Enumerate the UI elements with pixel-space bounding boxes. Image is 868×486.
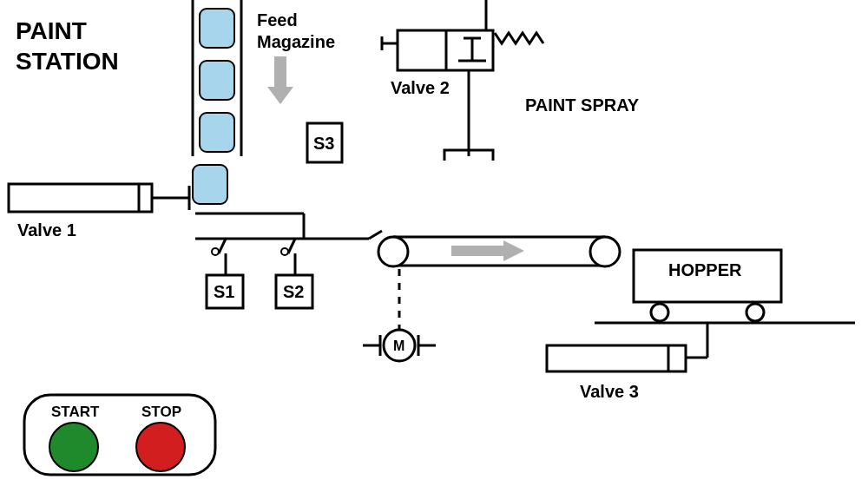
valve2-label: Valve 2 bbox=[391, 78, 450, 97]
valve3-cylinder bbox=[547, 323, 707, 371]
part-icon bbox=[200, 9, 234, 48]
title-line1: PAINT bbox=[16, 17, 87, 44]
paint-spray-label: PAINT SPRAY bbox=[525, 95, 640, 115]
hopper-label: HOPPER bbox=[668, 260, 742, 279]
start-button[interactable] bbox=[49, 423, 98, 471]
motor-label: M bbox=[393, 338, 404, 353]
s3-label: S3 bbox=[313, 134, 334, 153]
s1-label: S1 bbox=[214, 282, 234, 301]
svg-point-22 bbox=[378, 237, 408, 266]
valve1-cylinder bbox=[9, 184, 189, 212]
svg-rect-2 bbox=[274, 56, 286, 87]
svg-point-23 bbox=[590, 237, 620, 266]
svg-marker-25 bbox=[503, 240, 524, 261]
stop-button[interactable] bbox=[136, 423, 185, 471]
valve3-label: Valve 3 bbox=[580, 382, 639, 401]
part-icon bbox=[200, 113, 234, 152]
svg-rect-4 bbox=[9, 184, 152, 212]
svg-point-16 bbox=[281, 248, 288, 255]
svg-rect-24 bbox=[451, 246, 503, 256]
feed-label-line1: Feed bbox=[257, 10, 298, 30]
part-icon bbox=[200, 61, 234, 100]
right-arrow-icon bbox=[451, 240, 524, 261]
down-arrow-icon bbox=[267, 56, 293, 104]
valve1-label: Valve 1 bbox=[17, 220, 76, 240]
svg-line-11 bbox=[369, 231, 382, 239]
svg-point-12 bbox=[212, 248, 219, 255]
stop-label: STOP bbox=[141, 404, 181, 420]
s2-label: S2 bbox=[283, 282, 304, 301]
svg-line-17 bbox=[288, 239, 295, 253]
feed-magazine bbox=[193, 0, 241, 204]
svg-line-13 bbox=[219, 239, 226, 253]
start-label: START bbox=[51, 404, 100, 420]
feed-label-line2: Magazine bbox=[257, 32, 335, 51]
svg-point-50 bbox=[49, 423, 98, 471]
svg-point-43 bbox=[746, 304, 764, 321]
svg-point-51 bbox=[136, 423, 185, 471]
platform-lines bbox=[195, 213, 382, 239]
svg-rect-47 bbox=[547, 345, 686, 371]
svg-marker-3 bbox=[267, 87, 293, 104]
title-line2: STATION bbox=[16, 48, 119, 75]
part-icon bbox=[193, 165, 227, 204]
svg-point-42 bbox=[651, 304, 668, 321]
